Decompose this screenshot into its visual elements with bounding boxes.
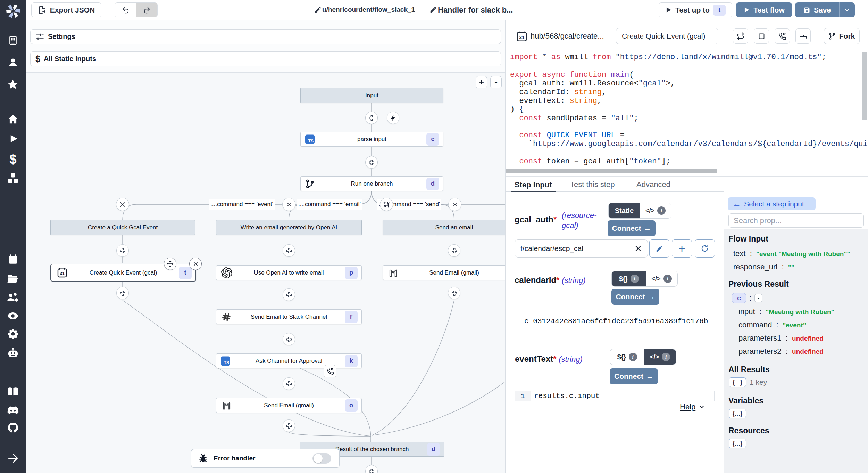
svg-text:31: 31 bbox=[519, 35, 525, 40]
